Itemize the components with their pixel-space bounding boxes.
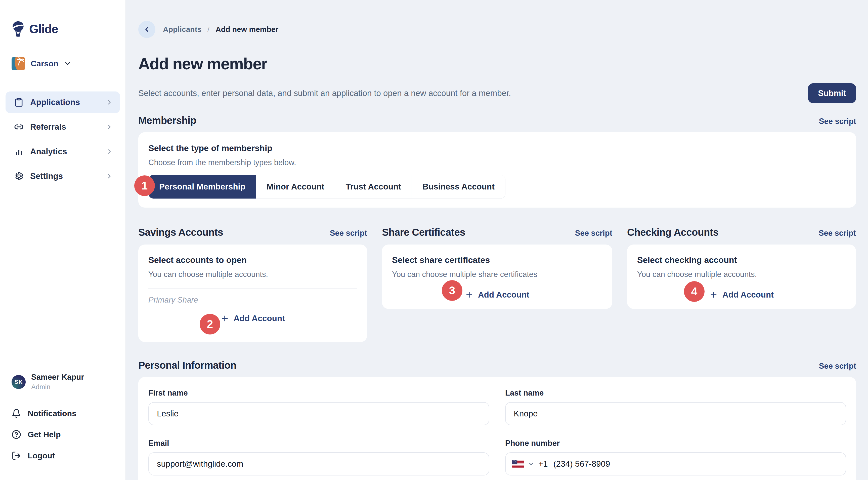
- sidebar-item-analytics[interactable]: Analytics: [5, 141, 120, 162]
- savings-add-account-button[interactable]: Add Account: [148, 314, 357, 323]
- last-name-input[interactable]: [505, 402, 846, 425]
- tab-personal-membership[interactable]: Personal Membership: [149, 175, 256, 198]
- link-icon: [14, 122, 24, 132]
- see-script-link[interactable]: See script: [819, 362, 856, 371]
- savings-heading: Savings Accounts: [138, 227, 223, 238]
- footer-item-label: Get Help: [28, 430, 61, 439]
- phone-number-value: (234) 567-8909: [553, 459, 610, 469]
- share-certificates-card: 3 Select share certificates You can choo…: [382, 245, 612, 309]
- share-certificates-section: Share Certificates See script 3 Select s…: [382, 227, 612, 342]
- avatar: SK: [11, 375, 26, 389]
- checking-accounts-section: Checking Accounts See script 4 Select ch…: [627, 227, 856, 342]
- chevron-down-icon: [64, 60, 71, 67]
- share-certificates-heading: Share Certificates: [382, 227, 465, 238]
- user-role: Admin: [31, 383, 84, 391]
- phone-field: Phone number: [505, 439, 846, 476]
- personal-information-heading: Personal Information: [138, 360, 236, 371]
- org-name: Carson: [31, 59, 58, 68]
- footer-item-label: Logout: [28, 451, 55, 460]
- plus-icon: [465, 290, 473, 299]
- first-name-field: First name: [148, 388, 489, 425]
- add-account-label: Add Account: [234, 314, 285, 323]
- see-script-link[interactable]: See script: [330, 229, 367, 238]
- clipboard-icon: [14, 97, 24, 107]
- sidebar-item-label: Applications: [30, 97, 99, 107]
- sidebar-item-referrals[interactable]: Referrals: [5, 116, 120, 138]
- membership-card: 1 Select the type of membership Choose f…: [138, 132, 856, 207]
- phone-input[interactable]: +1 (234) 567-8909: [505, 452, 846, 476]
- sidebar-item-label: Analytics: [30, 147, 99, 156]
- get-help-button[interactable]: Get Help: [11, 430, 120, 439]
- share-certificates-card-title: Select share certificates: [392, 255, 602, 265]
- country-select[interactable]: [512, 460, 534, 468]
- email-input[interactable]: [148, 452, 489, 476]
- page-subtitle: Select accounts, enter personal data, an…: [138, 89, 511, 98]
- sidebar-item-label: Referrals: [30, 122, 99, 132]
- savings-card-title: Select accounts to open: [148, 255, 357, 265]
- savings-card: 2 Select accounts to open You can choose…: [138, 245, 367, 342]
- chevron-right-icon: [106, 148, 113, 155]
- us-flag-icon: [512, 460, 524, 468]
- phone-dial-code: +1: [538, 459, 548, 469]
- user-name: Sameer Kapur: [31, 373, 84, 382]
- bell-icon: [11, 409, 21, 418]
- last-name-label: Last name: [505, 388, 846, 397]
- sidebar-item-applications[interactable]: Applications: [5, 92, 120, 113]
- share-certificates-add-account-button[interactable]: Add Account: [392, 290, 602, 299]
- add-account-label: Add Account: [722, 290, 774, 299]
- step-badge-4: 4: [684, 281, 705, 302]
- primary-share-label: Primary Share: [148, 295, 357, 305]
- chevron-down-icon: [528, 461, 534, 467]
- notifications-button[interactable]: Notifications: [11, 409, 120, 418]
- logout-icon: [11, 451, 21, 460]
- breadcrumb-current: Add new member: [216, 25, 278, 34]
- savings-section-header: Savings Accounts See script: [138, 227, 367, 238]
- bar-chart-icon: [14, 147, 24, 156]
- phone-label: Phone number: [505, 439, 846, 448]
- chevron-right-icon: [106, 99, 113, 106]
- membership-type-tabs: Personal Membership Minor Account Trust …: [148, 175, 505, 199]
- first-name-label: First name: [148, 388, 489, 397]
- see-script-link[interactable]: See script: [819, 117, 856, 126]
- membership-heading: Membership: [138, 115, 196, 126]
- org-switcher[interactable]: Carson: [5, 57, 120, 70]
- checking-heading: Checking Accounts: [627, 227, 718, 238]
- share-certificates-section-header: Share Certificates See script: [382, 227, 612, 238]
- tab-business-account[interactable]: Business Account: [412, 175, 505, 198]
- brand-name: Glide: [29, 22, 58, 36]
- breadcrumb: Applicants / Add new member: [138, 21, 856, 38]
- logout-button[interactable]: Logout: [11, 451, 120, 460]
- step-badge-3: 3: [442, 280, 462, 301]
- submit-button[interactable]: Submit: [808, 83, 856, 103]
- checking-section-header: Checking Accounts See script: [627, 227, 856, 238]
- see-script-link[interactable]: See script: [575, 229, 612, 238]
- personal-information-section-header: Personal Information See script: [138, 360, 856, 371]
- step-badge-2: 2: [200, 314, 220, 334]
- breadcrumb-parent[interactable]: Applicants: [163, 25, 202, 34]
- chevron-right-icon: [106, 173, 113, 180]
- first-name-input[interactable]: [148, 402, 489, 425]
- checking-card: 4 Select checking account You can choose…: [627, 245, 856, 309]
- chevron-right-icon: [106, 123, 113, 130]
- chevron-left-icon: [143, 25, 151, 33]
- sidebar-item-settings[interactable]: Settings: [5, 165, 120, 187]
- page-title: Add new member: [138, 55, 856, 73]
- checking-add-account-button[interactable]: Add Account: [637, 290, 846, 299]
- help-circle-icon: [11, 430, 21, 439]
- plus-icon: [709, 290, 718, 299]
- tab-minor-account[interactable]: Minor Account: [256, 175, 335, 198]
- membership-card-subtitle: Choose from the membership types below.: [148, 158, 846, 167]
- sidebar-item-label: Settings: [30, 171, 99, 181]
- brand: Glide: [5, 21, 120, 37]
- sidebar: Glide Carson App: [0, 0, 126, 480]
- breadcrumb-separator: /: [208, 25, 210, 33]
- see-script-link[interactable]: See script: [819, 229, 856, 238]
- tab-trust-account[interactable]: Trust Account: [335, 175, 412, 198]
- share-certificates-card-subtitle: You can choose multiple share certificat…: [392, 270, 602, 279]
- back-button[interactable]: [138, 21, 155, 38]
- plus-icon: [220, 314, 229, 323]
- org-avatar: [11, 57, 25, 70]
- step-badge-1: 1: [134, 175, 155, 196]
- user-profile[interactable]: SK Sameer Kapur Admin: [5, 373, 120, 391]
- personal-information-card: First name Last name Email Phone number: [138, 377, 856, 480]
